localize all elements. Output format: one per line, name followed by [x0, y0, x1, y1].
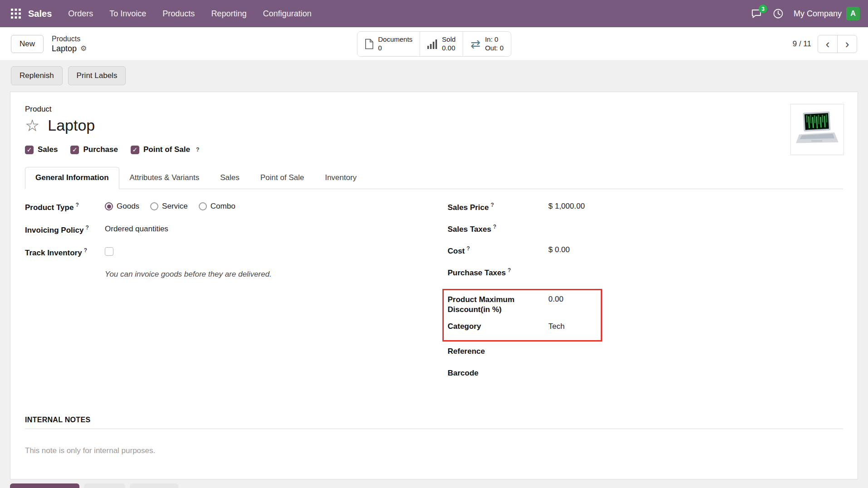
stat-button-in-out[interactable]: ⇄ In: 0 Out: 0 — [463, 32, 511, 56]
tab-sales[interactable]: Sales — [210, 167, 250, 189]
track-inventory-label: Track Inventory? — [25, 247, 105, 258]
favorite-star-icon[interactable]: ☆ — [25, 117, 39, 134]
category-value[interactable]: Tech — [549, 322, 601, 332]
tab-attributes-variants[interactable]: Attributes & Variants — [119, 167, 210, 189]
breadcrumb: Products Laptop ⚙ — [52, 34, 87, 54]
radio-option-goods[interactable]: Goods — [105, 202, 139, 211]
radio-option-service[interactable]: Service — [150, 202, 188, 211]
help-icon[interactable]: ? — [493, 224, 496, 230]
document-icon — [364, 39, 373, 49]
reference-input[interactable] — [549, 347, 843, 357]
sales-price-value[interactable]: $ 1,000.00 — [549, 202, 843, 212]
pager-previous-button[interactable]: ‹ — [818, 35, 838, 53]
help-icon[interactable]: ? — [84, 247, 87, 254]
stat-in-value: In: 0 — [485, 35, 498, 44]
internal-notes-section: INTERNAL NOTES This note is only for int… — [25, 416, 843, 455]
help-icon[interactable]: ? — [466, 245, 470, 252]
purchase-checkbox-label: Purchase — [83, 145, 118, 154]
invoicing-policy-label: Invoicing Policy? — [25, 224, 105, 235]
help-icon[interactable]: ? — [508, 267, 511, 273]
point-of-sale-checkbox-label: Point of Sale — [143, 145, 190, 154]
category-label: Category — [448, 322, 549, 331]
pager: 9 / 11 ‹ › — [793, 35, 857, 53]
goods-radio[interactable] — [105, 202, 113, 210]
breadcrumb-products-link[interactable]: Products — [52, 34, 80, 44]
invoicing-helper-note: You can invoice goods before they are de… — [105, 270, 421, 279]
tab-inventory[interactable]: Inventory — [314, 167, 367, 189]
tab-point-of-sale[interactable]: Point of Sale — [250, 167, 314, 189]
product-name-title[interactable]: Laptop — [48, 117, 95, 134]
chevron-right-icon: › — [845, 38, 849, 50]
action-button-row: Replenish Print Labels — [0, 61, 868, 85]
replenish-button[interactable]: Replenish — [11, 66, 63, 85]
combo-radio[interactable] — [199, 202, 207, 210]
sales-checkbox-label: Sales — [38, 145, 58, 154]
point-of-sale-checkbox[interactable] — [131, 146, 139, 154]
cost-value[interactable]: $ 0.00 — [549, 245, 843, 255]
stat-button-sold[interactable]: Sold 0.00 — [420, 32, 463, 56]
clock-icon — [773, 8, 784, 19]
bar-chart-icon — [427, 39, 437, 49]
purchase-checkbox-field[interactable]: Purchase — [70, 145, 118, 154]
activities-button[interactable] — [773, 8, 784, 19]
help-icon[interactable]: ? — [75, 202, 78, 208]
nav-item-reporting[interactable]: Reporting — [211, 9, 246, 19]
new-button[interactable]: New — [11, 35, 44, 53]
cost-label: Cost? — [448, 245, 549, 256]
point-of-sale-checkbox-field[interactable]: Point of Sale ? — [131, 145, 199, 154]
nav-item-configuration[interactable]: Configuration — [263, 9, 311, 19]
product-image[interactable] — [790, 104, 844, 155]
invoicing-policy-value[interactable]: Ordered quantities — [105, 224, 421, 234]
stat-out-value: Out: 0 — [485, 44, 504, 53]
bottom-button-row — [10, 483, 858, 488]
pager-next-button[interactable]: › — [837, 35, 857, 53]
tab-general-information[interactable]: General Information — [25, 167, 119, 189]
control-panel: New Products Laptop ⚙ Documents 0 — [0, 27, 868, 61]
nav-item-products[interactable]: Products — [162, 9, 195, 19]
bottom-primary-button[interactable] — [10, 483, 79, 488]
sales-checkbox-field[interactable]: Sales — [25, 145, 58, 154]
internal-notes-input[interactable]: This note is only for internal purposes. — [25, 446, 843, 455]
breadcrumb-current: Laptop — [52, 44, 77, 54]
reference-label: Reference — [448, 347, 549, 356]
purchase-taxes-label: Purchase Taxes? — [448, 267, 549, 278]
app-name[interactable]: Sales — [28, 9, 52, 19]
max-discount-label: Product Maximum Discount(in %) — [448, 295, 541, 315]
company-name: My Company — [794, 9, 842, 19]
messages-button[interactable]: 3 — [751, 8, 763, 19]
stat-sold-value: 0.00 — [442, 44, 455, 53]
radio-option-combo[interactable]: Combo — [199, 202, 235, 211]
help-icon[interactable]: ? — [85, 224, 88, 231]
internal-notes-title: INTERNAL NOTES — [25, 416, 843, 429]
stat-button-documents[interactable]: Documents 0 — [357, 32, 420, 56]
nav-item-to-invoice[interactable]: To Invoice — [109, 9, 146, 19]
sales-taxes-label: Sales Taxes? — [448, 224, 549, 234]
print-labels-button[interactable]: Print Labels — [68, 66, 126, 85]
nav-item-orders[interactable]: Orders — [68, 9, 93, 19]
track-inventory-checkbox[interactable] — [105, 247, 113, 256]
messages-badge: 3 — [759, 5, 767, 13]
product-label: Product — [25, 105, 843, 114]
apps-menu-button[interactable] — [8, 6, 24, 21]
barcode-input[interactable] — [549, 369, 843, 379]
notebook-tabs: General Information Attributes & Variant… — [25, 167, 843, 189]
nav-menu: Orders To Invoice Products Reporting Con… — [68, 9, 311, 19]
purchase-checkbox[interactable] — [70, 146, 79, 154]
help-icon[interactable]: ? — [490, 202, 494, 208]
max-discount-value[interactable]: 0.00 — [549, 295, 601, 305]
user-menu[interactable]: My Company A — [794, 7, 860, 20]
help-icon[interactable]: ? — [196, 146, 199, 153]
bottom-secondary-button-1[interactable] — [84, 483, 125, 488]
sales-price-label: Sales Price? — [448, 202, 549, 212]
sales-checkbox[interactable] — [25, 146, 34, 154]
pager-value: 9 / 11 — [793, 39, 811, 49]
exchange-arrows-icon: ⇄ — [471, 38, 481, 50]
service-radio[interactable] — [150, 202, 158, 210]
product-type-label: Product Type? — [25, 202, 105, 212]
product-type-radio-group: Goods Service Combo — [105, 202, 421, 211]
sales-taxes-input[interactable] — [549, 224, 843, 234]
gear-icon[interactable]: ⚙ — [80, 44, 87, 53]
stat-documents-label: Documents — [378, 35, 412, 44]
bottom-secondary-button-2[interactable] — [130, 483, 178, 488]
purchase-taxes-input[interactable] — [549, 267, 843, 277]
